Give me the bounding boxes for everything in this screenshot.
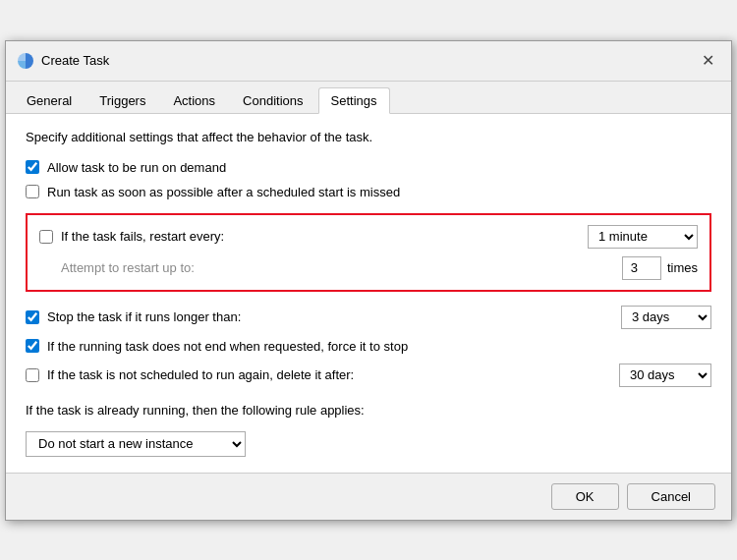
- stop-longer-row: Stop the task if it runs longer than: 1 …: [26, 306, 711, 329]
- ok-button[interactable]: OK: [551, 483, 619, 510]
- restart-row: If the task fails, restart every: 1 minu…: [39, 225, 698, 249]
- rule-label-row: If the task is already running, then the…: [26, 397, 711, 421]
- tab-triggers[interactable]: Triggers: [86, 87, 158, 113]
- allow-demand-text: Allow task to be run on demand: [47, 160, 226, 175]
- force-stop-checkbox[interactable]: [26, 339, 39, 353]
- attempt-number-input[interactable]: [622, 256, 661, 280]
- settings-content: Specify additional settings that affect …: [6, 114, 731, 473]
- close-button[interactable]: ✕: [696, 49, 719, 73]
- dialog-icon: [18, 53, 33, 69]
- tabs-bar: General Triggers Actions Conditions Sett…: [6, 82, 731, 114]
- create-task-dialog: Create Task ✕ General Triggers Actions C…: [5, 40, 732, 521]
- force-stop-label: If the running task does not end when re…: [26, 339, 408, 354]
- tab-conditions[interactable]: Conditions: [230, 87, 315, 113]
- cancel-button[interactable]: Cancel: [627, 483, 715, 510]
- tab-actions[interactable]: Actions: [160, 87, 228, 113]
- dialog-title: Create Task: [41, 53, 109, 68]
- restart-every-select[interactable]: 1 minute 5 minutes 10 minutes 15 minutes…: [588, 225, 698, 249]
- rule-label-text: If the task is already running, then the…: [26, 403, 365, 418]
- restart-row-left: If the task fails, restart every:: [39, 229, 224, 244]
- run-missed-checkbox[interactable]: [26, 185, 39, 198]
- delete-after-select[interactable]: 30 days 60 days 90 days: [619, 364, 711, 387]
- delete-after-text: If the task is not scheduled to run agai…: [47, 367, 354, 382]
- restart-fails-text: If the task fails, restart every:: [61, 229, 224, 244]
- attempt-label-text: Attempt to restart up to:: [39, 260, 616, 275]
- run-missed-row: Run task as soon as possible after a sch…: [26, 185, 711, 199]
- rule-select-row: Do not start a new instance Run a new in…: [26, 431, 711, 457]
- tab-settings[interactable]: Settings: [318, 87, 390, 114]
- allow-demand-checkbox[interactable]: [26, 160, 39, 174]
- tab-general[interactable]: General: [14, 87, 85, 113]
- force-stop-row: If the running task does not end when re…: [26, 339, 711, 354]
- restart-fails-checkbox[interactable]: [39, 230, 53, 244]
- rule-select[interactable]: Do not start a new instance Run a new in…: [26, 431, 246, 457]
- delete-after-row: If the task is not scheduled to run agai…: [26, 364, 711, 387]
- title-bar: Create Task ✕: [6, 41, 731, 82]
- dialog-footer: OK Cancel: [6, 473, 731, 520]
- times-label: times: [667, 260, 698, 275]
- allow-demand-row: Allow task to be run on demand: [26, 160, 711, 175]
- stop-longer-select[interactable]: 1 hour 2 hours 3 days 4 days 1 week: [621, 306, 711, 329]
- stop-longer-text: Stop the task if it runs longer than:: [47, 309, 241, 324]
- restart-fails-box: If the task fails, restart every: 1 minu…: [26, 213, 711, 292]
- allow-demand-label: Allow task to be run on demand: [26, 160, 226, 175]
- stop-longer-label: Stop the task if it runs longer than:: [26, 309, 241, 324]
- delete-after-checkbox[interactable]: [26, 368, 39, 382]
- settings-list: Allow task to be run on demand Run task …: [26, 160, 711, 457]
- force-stop-text: If the running task does not end when re…: [47, 339, 408, 354]
- delete-after-label: If the task is not scheduled to run agai…: [26, 367, 354, 382]
- attempt-row: Attempt to restart up to: times: [39, 256, 698, 280]
- run-missed-label: Run task as soon as possible after a sch…: [26, 185, 400, 199]
- restart-every-control: 1 minute 5 minutes 10 minutes 15 minutes…: [588, 225, 698, 249]
- run-missed-text: Run task as soon as possible after a sch…: [47, 185, 400, 199]
- title-left: Create Task: [18, 53, 109, 69]
- stop-longer-checkbox[interactable]: [26, 310, 39, 324]
- settings-description: Specify additional settings that affect …: [26, 130, 711, 144]
